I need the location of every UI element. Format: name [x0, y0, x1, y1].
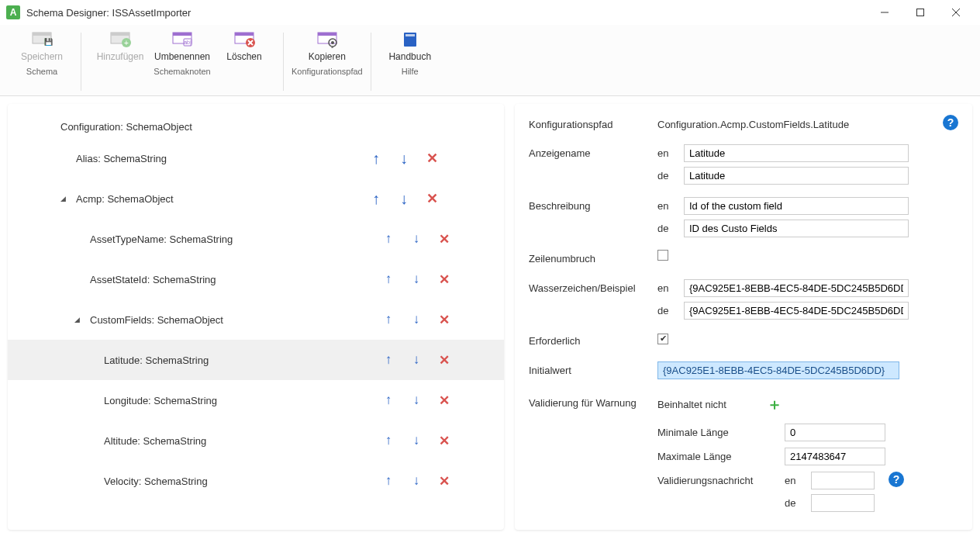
displayname-en-input[interactable] — [684, 144, 909, 162]
tree-item[interactable]: ◢Acmp: SchemaObject↑↓✕ — [8, 178, 504, 219]
manual-button[interactable]: Handbuch — [379, 28, 441, 65]
copy-button[interactable]: Kopieren — [295, 28, 360, 65]
rename-button[interactable]: ab| Umbenennen — [151, 28, 213, 65]
delete-icon[interactable]: ✕ — [437, 474, 451, 488]
copy-label: Kopieren — [309, 51, 346, 62]
required-checkbox[interactable]: ✔ — [657, 334, 668, 344]
move-down-icon[interactable]: ↓ — [409, 393, 423, 407]
description-de-input[interactable] — [684, 220, 909, 237]
move-down-icon[interactable]: ↓ — [397, 151, 411, 165]
description-label: Beschreibung — [529, 197, 657, 212]
add-validation-icon[interactable]: ＋ — [767, 394, 782, 415]
tree-item-actions: ↑↓✕ — [381, 353, 451, 367]
delete-icon[interactable]: ✕ — [425, 151, 439, 165]
move-down-icon[interactable]: ↓ — [409, 474, 423, 488]
help-icon[interactable]: ? — [943, 115, 958, 130]
tree-item[interactable]: AssetStateId: SchemaString↑↓✕ — [8, 259, 504, 299]
delete-button[interactable]: Löschen — [213, 28, 275, 65]
close-button[interactable] — [938, 0, 974, 25]
move-up-icon[interactable]: ↑ — [381, 474, 395, 488]
move-down-icon[interactable]: ↓ — [409, 313, 423, 327]
tree-toggle-icon[interactable]: ◢ — [74, 316, 84, 323]
move-up-icon[interactable]: ↑ — [381, 434, 395, 448]
help-icon[interactable]: ? — [889, 472, 904, 487]
lang-en: en — [657, 200, 673, 212]
tree-item-actions: ↑↓✕ — [381, 393, 451, 407]
min-length-input[interactable] — [785, 424, 885, 441]
tree-item-actions: ↑↓✕ — [369, 192, 439, 206]
move-up-icon[interactable]: ↑ — [369, 151, 383, 165]
displayname-de-input[interactable] — [684, 167, 909, 185]
ribbon-group-schema: 💾 Speichern Schema — [8, 28, 76, 95]
move-down-icon[interactable]: ↓ — [409, 434, 423, 448]
lang-en: en — [657, 147, 673, 159]
tree-item[interactable]: Altitude: SchemaString↑↓✕ — [8, 420, 504, 461]
svg-rect-5 — [33, 33, 51, 36]
max-length-input[interactable] — [785, 448, 885, 465]
tree-item[interactable]: ◢CustomFields: SchemaObject↑↓✕ — [8, 299, 504, 340]
move-down-icon[interactable]: ↓ — [409, 353, 423, 367]
tree-item[interactable]: Latitude: SchemaString↑↓✕ — [8, 340, 504, 380]
save-icon: 💾 — [31, 31, 53, 48]
initial-value-label: Initialwert — [529, 361, 657, 376]
add-label: Hinzufügen — [97, 51, 144, 62]
delete-icon[interactable]: ✕ — [425, 192, 439, 206]
validation-msg-en-input[interactable] — [811, 472, 875, 489]
initial-value-input[interactable] — [657, 361, 899, 379]
validation-warn-value: Beinhaltet nicht — [657, 399, 726, 410]
ribbon-separator — [81, 33, 81, 91]
move-down-icon[interactable]: ↓ — [409, 272, 423, 286]
svg-point-24 — [331, 41, 334, 44]
svg-rect-9 — [111, 33, 129, 36]
delete-icon[interactable]: ✕ — [437, 313, 451, 327]
delete-icon[interactable]: ✕ — [437, 434, 451, 448]
validation-msg-label: Validierungsnachricht — [657, 472, 785, 486]
tree-item[interactable]: Alias: SchemaString↑↓✕ — [8, 138, 504, 178]
delete-icon[interactable]: ✕ — [437, 393, 451, 407]
move-up-icon[interactable]: ↑ — [369, 192, 383, 206]
watermark-de-input[interactable] — [684, 302, 909, 320]
minimize-button[interactable] — [867, 0, 902, 25]
save-button[interactable]: 💾 Speichern — [11, 28, 73, 65]
tree-item[interactable]: Velocity: SchemaString↑↓✕ — [8, 461, 504, 501]
tree-item[interactable]: AssetTypeName: SchemaString↑↓✕ — [8, 219, 504, 259]
tree-toggle-icon[interactable]: ◢ — [60, 195, 70, 202]
description-en-input[interactable] — [684, 197, 909, 215]
lang-de: de — [785, 497, 800, 509]
group-label-cfg: Konfigurationspfad — [292, 65, 363, 79]
svg-rect-17 — [235, 33, 254, 36]
validation-msg-de-input[interactable] — [811, 494, 875, 512]
lang-de: de — [657, 170, 673, 182]
lang-de: de — [657, 305, 673, 316]
lang-en: en — [785, 475, 800, 486]
tree-item[interactable]: Longitude: SchemaString↑↓✕ — [8, 380, 504, 420]
save-label: Speichern — [21, 51, 63, 62]
delete-icon[interactable]: ✕ — [437, 353, 451, 367]
rename-icon: ab| — [171, 31, 193, 48]
delete-icon — [233, 31, 255, 48]
move-up-icon[interactable]: ↑ — [381, 232, 395, 246]
maximize-button[interactable] — [902, 0, 938, 25]
app-icon: A — [6, 5, 20, 19]
max-length-label: Maximale Länge — [657, 451, 785, 462]
delete-icon[interactable]: ✕ — [437, 232, 451, 246]
move-up-icon[interactable]: ↑ — [381, 353, 395, 367]
watermark-en-input[interactable] — [684, 279, 909, 297]
svg-text:💾: 💾 — [44, 37, 53, 47]
config-path-value: Configuration.Acmp.CustomFields.Latitude — [657, 116, 943, 130]
tree-item-actions: ↑↓✕ — [381, 434, 451, 448]
window-title: Schema Designer: ISSAssetImporter — [26, 7, 867, 19]
lang-de: de — [657, 223, 673, 234]
move-up-icon[interactable]: ↑ — [381, 393, 395, 407]
move-down-icon[interactable]: ↓ — [409, 232, 423, 246]
wrap-checkbox[interactable] — [657, 250, 668, 261]
config-path-label: Konfigurationspfad — [529, 116, 657, 130]
delete-icon[interactable]: ✕ — [437, 272, 451, 286]
move-down-icon[interactable]: ↓ — [397, 192, 411, 206]
move-up-icon[interactable]: ↑ — [381, 272, 395, 286]
move-up-icon[interactable]: ↑ — [381, 313, 395, 327]
add-button[interactable]: + Hinzufügen — [89, 28, 151, 65]
svg-rect-22 — [318, 33, 336, 36]
tree-item-label: AssetTypeName: SchemaString — [90, 233, 233, 245]
tree-item[interactable]: Configuration: SchemaObject — [8, 110, 504, 138]
